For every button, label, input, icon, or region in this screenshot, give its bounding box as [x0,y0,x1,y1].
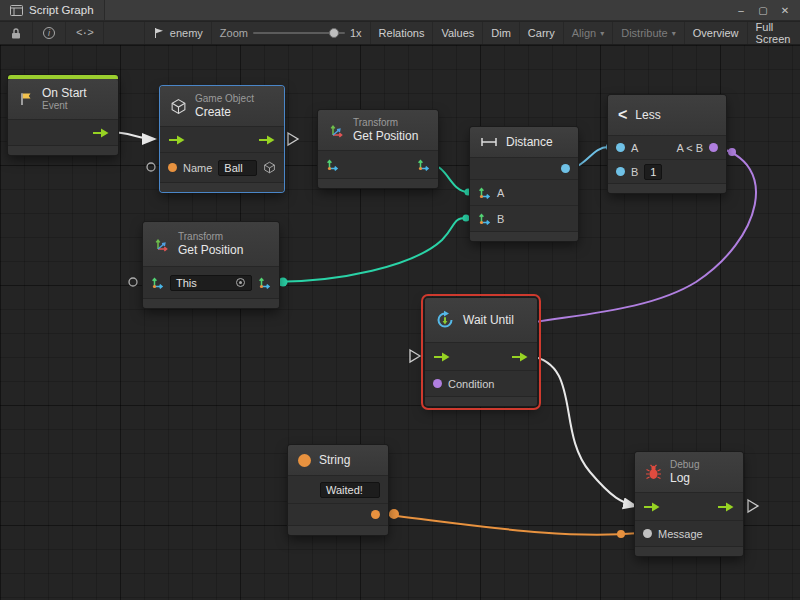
node-title: String [319,453,350,467]
vector3-in-port[interactable] [151,276,164,289]
target-value: This [176,277,231,289]
node-get-position-left[interactable]: Transform Get Position This [143,222,279,308]
port-label: Name [183,162,212,174]
zoom-slider-handle[interactable] [329,28,339,38]
values-button[interactable]: Values [432,22,482,44]
flow-out-port[interactable] [511,351,529,363]
node-category: Transform [178,231,243,243]
port-row: This [143,266,279,298]
align-dropdown[interactable]: Align ▾ [563,22,612,44]
minimize-button[interactable]: – [732,2,750,18]
tab-script-graph[interactable]: Script Graph [0,0,105,20]
zoom-value: 1x [350,27,362,39]
wait-clock-icon [435,310,455,330]
flow-in-port[interactable] [433,351,451,363]
gameobject-picker-icon[interactable] [263,161,276,174]
node-title: Less [635,108,660,122]
node-header: Wait Until [425,298,537,342]
bool-out-port[interactable] [709,143,718,152]
relations-button[interactable]: Relations [370,22,433,44]
node-category: Game Object [195,93,254,105]
float-in-port-a[interactable] [616,143,625,152]
port-label: Message [658,528,703,540]
port-row: A [470,179,578,205]
node-footer [288,525,388,535]
node-header: Debug Log [635,452,743,492]
vector3-in-port[interactable] [478,212,491,225]
carry-button[interactable]: Carry [519,22,563,44]
title-bar: Script Graph – ▢ ✕ [0,0,800,21]
node-header: Distance [470,127,578,157]
port-row [425,342,537,370]
string-out-port[interactable] [371,510,380,519]
node-title: Get Position [353,129,418,143]
port-row [318,150,438,178]
vector3-in-port[interactable] [326,158,339,171]
graph-toolbar: i <·> enemy Zoom 1x Relations Values Dim… [0,22,800,45]
close-button[interactable]: ✕ [776,2,794,18]
port-row: B 1 [608,159,726,183]
node-footer [318,178,438,188]
node-header: On Start Event [8,79,118,119]
distance-icon [480,136,498,148]
overview-button[interactable]: Overview [684,22,747,44]
condition-in-port[interactable] [433,379,442,388]
node-footer [635,546,743,556]
float-out-port[interactable] [561,164,570,173]
b-value-field[interactable]: 1 [644,164,662,180]
flow-out-port[interactable] [258,134,276,146]
zoom-control: Zoom 1x [212,22,370,44]
lock-toggle[interactable] [0,22,33,44]
graph-asset[interactable]: enemy [144,22,212,44]
object-picker-icon[interactable] [235,277,246,288]
node-header: String [288,445,388,475]
node-footer [8,145,118,155]
code-view-button[interactable]: <·> [66,22,104,44]
vector3-in-port[interactable] [478,186,491,199]
node-debug-log[interactable]: Debug Log Message [635,452,743,556]
dim-button[interactable]: Dim [482,22,519,44]
code-icon: <·> [76,27,93,39]
port-label: B [631,166,638,178]
target-field[interactable]: This [170,275,252,291]
node-create[interactable]: Game Object Create Name Ball [160,86,284,192]
node-get-position-top[interactable]: Transform Get Position [318,110,438,188]
flow-in-port[interactable] [168,134,186,146]
name-value: Ball [224,162,242,174]
string-input-port[interactable] [168,163,177,172]
node-less[interactable]: < Less A A < B B 1 [608,95,726,193]
string-value-field[interactable]: Waited! [320,482,380,498]
node-title: Get Position [178,243,243,257]
output-label: A < B [676,142,703,154]
transform-icon [153,236,170,253]
zoom-slider[interactable] [253,32,345,34]
inspect-toggle[interactable]: i [33,22,66,44]
port-label: A [497,187,504,199]
float-in-port-b[interactable] [616,167,625,176]
node-distance[interactable]: Distance A B [470,127,578,241]
flow-out-port[interactable] [92,127,110,139]
node-title: Create [195,105,254,119]
flag-icon [18,91,34,107]
distribute-dropdown[interactable]: Distribute ▾ [612,22,683,44]
zoom-label: Zoom [220,27,248,39]
vector3-out-port[interactable] [417,158,430,171]
string-type-icon [298,454,311,467]
node-wait-until[interactable]: Wait Until Condition [425,298,537,406]
node-on-start[interactable]: On Start Event [8,75,118,155]
node-header: Transform Get Position [318,110,438,150]
port-row: Condition [425,370,537,396]
name-field[interactable]: Ball [218,160,257,176]
maximize-button[interactable]: ▢ [754,2,772,18]
vector3-out-port[interactable] [258,276,271,289]
flow-out-port[interactable] [717,501,735,513]
window-controls: – ▢ ✕ [732,2,800,18]
node-header: Game Object Create [160,86,284,126]
fullscreen-button[interactable]: Full Screen [747,22,800,44]
flow-in-port[interactable] [643,501,661,513]
port-row: Message [635,520,743,546]
port-row [8,119,118,145]
node-string[interactable]: String Waited! [288,445,388,535]
graph-asset-icon [153,27,165,39]
message-in-port[interactable] [643,529,652,538]
